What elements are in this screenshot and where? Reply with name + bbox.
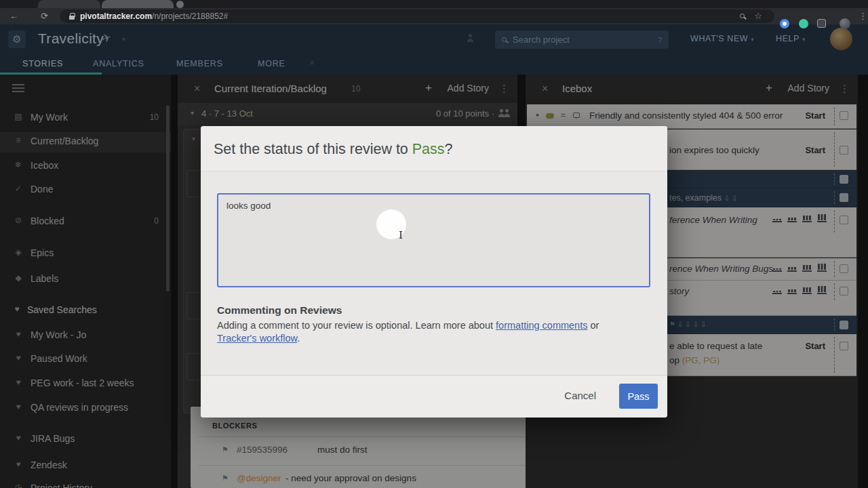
browser-tab-active[interactable] xyxy=(102,0,174,8)
screen: ← ⟳ pivotaltracker.com/n/projects/218885… xyxy=(0,0,868,488)
commenting-help-text: Adding a comment to your review is optio… xyxy=(217,319,639,345)
extension-icon[interactable] xyxy=(817,19,826,28)
extension-icon-blue[interactable] xyxy=(780,19,789,28)
refresh-icon[interactable]: ⟳ xyxy=(41,12,48,20)
zoom-icon[interactable] xyxy=(740,14,745,18)
dialog-title: Set the status of this review to Pass? xyxy=(214,141,453,158)
browser-tab[interactable] xyxy=(38,0,100,8)
extension-icon-teal[interactable] xyxy=(799,19,808,28)
bookmark-star-icon[interactable]: ☆ xyxy=(754,12,762,20)
formatting-comments-link[interactable]: formatting comments xyxy=(496,320,587,331)
url-path: /n/projects/2188852# xyxy=(152,12,228,21)
browser-profile-avatar[interactable] xyxy=(840,18,850,29)
new-tab-button[interactable] xyxy=(176,1,184,8)
review-status-dialog: Set the status of this review to Pass? l… xyxy=(201,126,667,418)
review-comment-textarea[interactable]: looks good xyxy=(217,193,650,287)
pass-button[interactable]: Pass xyxy=(619,384,658,409)
dialog-header: Set the status of this review to Pass? xyxy=(201,126,667,171)
browser-chrome: ← ⟳ pivotaltracker.com/n/projects/218885… xyxy=(0,0,868,24)
text-cursor: I xyxy=(399,229,403,241)
cancel-button[interactable]: Cancel xyxy=(564,390,596,401)
url-bar[interactable]: pivotaltracker.com/n/projects/2188852# ☆ xyxy=(60,9,774,23)
browser-tab-strip xyxy=(0,0,868,8)
commenting-heading: Commenting on Reviews xyxy=(217,304,342,317)
browser-menu-icon[interactable]: ⋮ xyxy=(859,12,867,20)
trackers-workflow-link[interactable]: Tracker's workflow xyxy=(217,333,297,344)
back-icon[interactable]: ← xyxy=(9,12,18,20)
dialog-footer: Cancel Pass xyxy=(201,375,667,418)
status-pass-text: Pass xyxy=(412,141,445,157)
url-domain: pivotaltracker.com xyxy=(80,12,152,21)
browser-toolbar: ← ⟳ pivotaltracker.com/n/projects/218885… xyxy=(0,8,868,24)
url-text: pivotaltracker.com/n/projects/2188852# xyxy=(80,12,228,21)
lock-icon xyxy=(69,16,75,20)
